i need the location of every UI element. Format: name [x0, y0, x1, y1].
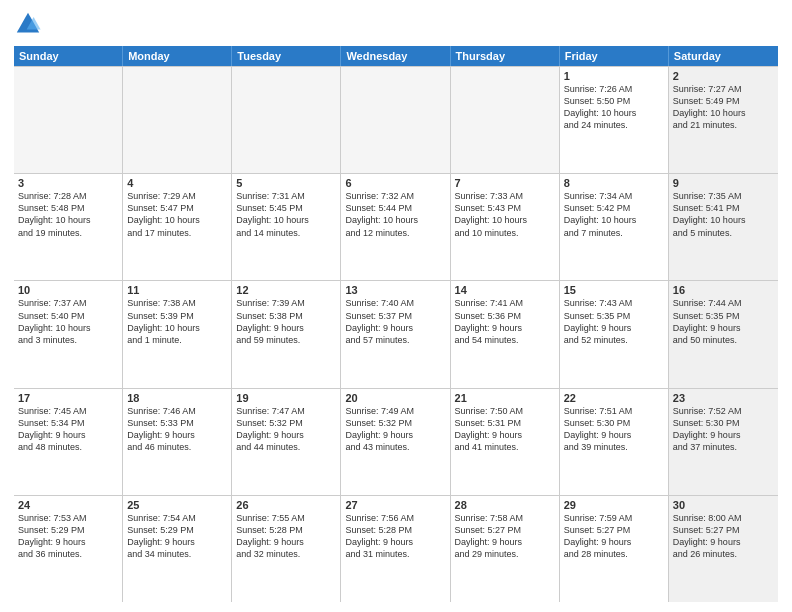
header-day-sunday: Sunday [14, 46, 123, 66]
calendar-cell-25: 25Sunrise: 7:54 AM Sunset: 5:29 PM Dayli… [123, 496, 232, 602]
header [14, 10, 778, 38]
calendar-cell-2: 2Sunrise: 7:27 AM Sunset: 5:49 PM Daylig… [669, 67, 778, 173]
day-info: Sunrise: 7:38 AM Sunset: 5:39 PM Dayligh… [127, 297, 227, 346]
calendar-cell-empty [14, 67, 123, 173]
calendar-cell-22: 22Sunrise: 7:51 AM Sunset: 5:30 PM Dayli… [560, 389, 669, 495]
calendar-cell-24: 24Sunrise: 7:53 AM Sunset: 5:29 PM Dayli… [14, 496, 123, 602]
calendar-row-2: 3Sunrise: 7:28 AM Sunset: 5:48 PM Daylig… [14, 173, 778, 280]
day-info: Sunrise: 7:37 AM Sunset: 5:40 PM Dayligh… [18, 297, 118, 346]
day-number: 30 [673, 499, 774, 511]
day-info: Sunrise: 7:27 AM Sunset: 5:49 PM Dayligh… [673, 83, 774, 132]
day-info: Sunrise: 7:55 AM Sunset: 5:28 PM Dayligh… [236, 512, 336, 561]
calendar-cell-23: 23Sunrise: 7:52 AM Sunset: 5:30 PM Dayli… [669, 389, 778, 495]
day-number: 29 [564, 499, 664, 511]
calendar-cell-10: 10Sunrise: 7:37 AM Sunset: 5:40 PM Dayli… [14, 281, 123, 387]
day-info: Sunrise: 8:00 AM Sunset: 5:27 PM Dayligh… [673, 512, 774, 561]
calendar-cell-5: 5Sunrise: 7:31 AM Sunset: 5:45 PM Daylig… [232, 174, 341, 280]
calendar-cell-16: 16Sunrise: 7:44 AM Sunset: 5:35 PM Dayli… [669, 281, 778, 387]
day-info: Sunrise: 7:56 AM Sunset: 5:28 PM Dayligh… [345, 512, 445, 561]
calendar-cell-21: 21Sunrise: 7:50 AM Sunset: 5:31 PM Dayli… [451, 389, 560, 495]
calendar-row-1: 1Sunrise: 7:26 AM Sunset: 5:50 PM Daylig… [14, 66, 778, 173]
day-info: Sunrise: 7:54 AM Sunset: 5:29 PM Dayligh… [127, 512, 227, 561]
calendar-cell-26: 26Sunrise: 7:55 AM Sunset: 5:28 PM Dayli… [232, 496, 341, 602]
logo-icon [14, 10, 42, 38]
calendar-cell-12: 12Sunrise: 7:39 AM Sunset: 5:38 PM Dayli… [232, 281, 341, 387]
header-day-monday: Monday [123, 46, 232, 66]
day-number: 23 [673, 392, 774, 404]
calendar-cell-29: 29Sunrise: 7:59 AM Sunset: 5:27 PM Dayli… [560, 496, 669, 602]
header-day-wednesday: Wednesday [341, 46, 450, 66]
day-info: Sunrise: 7:26 AM Sunset: 5:50 PM Dayligh… [564, 83, 664, 132]
day-number: 17 [18, 392, 118, 404]
calendar-row-3: 10Sunrise: 7:37 AM Sunset: 5:40 PM Dayli… [14, 280, 778, 387]
calendar-cell-17: 17Sunrise: 7:45 AM Sunset: 5:34 PM Dayli… [14, 389, 123, 495]
day-info: Sunrise: 7:53 AM Sunset: 5:29 PM Dayligh… [18, 512, 118, 561]
day-info: Sunrise: 7:29 AM Sunset: 5:47 PM Dayligh… [127, 190, 227, 239]
day-number: 5 [236, 177, 336, 189]
calendar-cell-27: 27Sunrise: 7:56 AM Sunset: 5:28 PM Dayli… [341, 496, 450, 602]
day-number: 13 [345, 284, 445, 296]
header-day-thursday: Thursday [451, 46, 560, 66]
calendar-cell-13: 13Sunrise: 7:40 AM Sunset: 5:37 PM Dayli… [341, 281, 450, 387]
day-number: 25 [127, 499, 227, 511]
page: SundayMondayTuesdayWednesdayThursdayFrid… [0, 0, 792, 612]
day-number: 8 [564, 177, 664, 189]
day-number: 28 [455, 499, 555, 511]
day-info: Sunrise: 7:58 AM Sunset: 5:27 PM Dayligh… [455, 512, 555, 561]
day-info: Sunrise: 7:43 AM Sunset: 5:35 PM Dayligh… [564, 297, 664, 346]
calendar-body: 1Sunrise: 7:26 AM Sunset: 5:50 PM Daylig… [14, 66, 778, 602]
calendar-cell-7: 7Sunrise: 7:33 AM Sunset: 5:43 PM Daylig… [451, 174, 560, 280]
day-info: Sunrise: 7:32 AM Sunset: 5:44 PM Dayligh… [345, 190, 445, 239]
day-info: Sunrise: 7:49 AM Sunset: 5:32 PM Dayligh… [345, 405, 445, 454]
day-number: 26 [236, 499, 336, 511]
day-number: 20 [345, 392, 445, 404]
day-number: 10 [18, 284, 118, 296]
day-info: Sunrise: 7:39 AM Sunset: 5:38 PM Dayligh… [236, 297, 336, 346]
day-number: 14 [455, 284, 555, 296]
day-number: 9 [673, 177, 774, 189]
calendar-header: SundayMondayTuesdayWednesdayThursdayFrid… [14, 46, 778, 66]
day-info: Sunrise: 7:51 AM Sunset: 5:30 PM Dayligh… [564, 405, 664, 454]
day-number: 19 [236, 392, 336, 404]
calendar-row-4: 17Sunrise: 7:45 AM Sunset: 5:34 PM Dayli… [14, 388, 778, 495]
calendar-cell-19: 19Sunrise: 7:47 AM Sunset: 5:32 PM Dayli… [232, 389, 341, 495]
calendar-cell-30: 30Sunrise: 8:00 AM Sunset: 5:27 PM Dayli… [669, 496, 778, 602]
day-number: 21 [455, 392, 555, 404]
day-info: Sunrise: 7:35 AM Sunset: 5:41 PM Dayligh… [673, 190, 774, 239]
day-info: Sunrise: 7:40 AM Sunset: 5:37 PM Dayligh… [345, 297, 445, 346]
header-day-friday: Friday [560, 46, 669, 66]
calendar-cell-9: 9Sunrise: 7:35 AM Sunset: 5:41 PM Daylig… [669, 174, 778, 280]
day-number: 4 [127, 177, 227, 189]
day-number: 2 [673, 70, 774, 82]
day-info: Sunrise: 7:28 AM Sunset: 5:48 PM Dayligh… [18, 190, 118, 239]
calendar-cell-28: 28Sunrise: 7:58 AM Sunset: 5:27 PM Dayli… [451, 496, 560, 602]
day-number: 11 [127, 284, 227, 296]
calendar-cell-14: 14Sunrise: 7:41 AM Sunset: 5:36 PM Dayli… [451, 281, 560, 387]
logo [14, 10, 46, 38]
calendar-cell-8: 8Sunrise: 7:34 AM Sunset: 5:42 PM Daylig… [560, 174, 669, 280]
calendar-cell-1: 1Sunrise: 7:26 AM Sunset: 5:50 PM Daylig… [560, 67, 669, 173]
day-number: 7 [455, 177, 555, 189]
calendar-cell-empty [232, 67, 341, 173]
day-info: Sunrise: 7:50 AM Sunset: 5:31 PM Dayligh… [455, 405, 555, 454]
header-day-tuesday: Tuesday [232, 46, 341, 66]
day-info: Sunrise: 7:52 AM Sunset: 5:30 PM Dayligh… [673, 405, 774, 454]
day-number: 6 [345, 177, 445, 189]
day-number: 24 [18, 499, 118, 511]
calendar-row-5: 24Sunrise: 7:53 AM Sunset: 5:29 PM Dayli… [14, 495, 778, 602]
calendar-cell-empty [123, 67, 232, 173]
day-number: 27 [345, 499, 445, 511]
calendar-cell-empty [341, 67, 450, 173]
day-info: Sunrise: 7:46 AM Sunset: 5:33 PM Dayligh… [127, 405, 227, 454]
calendar: SundayMondayTuesdayWednesdayThursdayFrid… [14, 46, 778, 602]
day-info: Sunrise: 7:34 AM Sunset: 5:42 PM Dayligh… [564, 190, 664, 239]
day-info: Sunrise: 7:33 AM Sunset: 5:43 PM Dayligh… [455, 190, 555, 239]
calendar-cell-3: 3Sunrise: 7:28 AM Sunset: 5:48 PM Daylig… [14, 174, 123, 280]
day-number: 22 [564, 392, 664, 404]
calendar-cell-empty [451, 67, 560, 173]
day-number: 15 [564, 284, 664, 296]
day-number: 16 [673, 284, 774, 296]
calendar-cell-18: 18Sunrise: 7:46 AM Sunset: 5:33 PM Dayli… [123, 389, 232, 495]
day-number: 1 [564, 70, 664, 82]
calendar-cell-15: 15Sunrise: 7:43 AM Sunset: 5:35 PM Dayli… [560, 281, 669, 387]
